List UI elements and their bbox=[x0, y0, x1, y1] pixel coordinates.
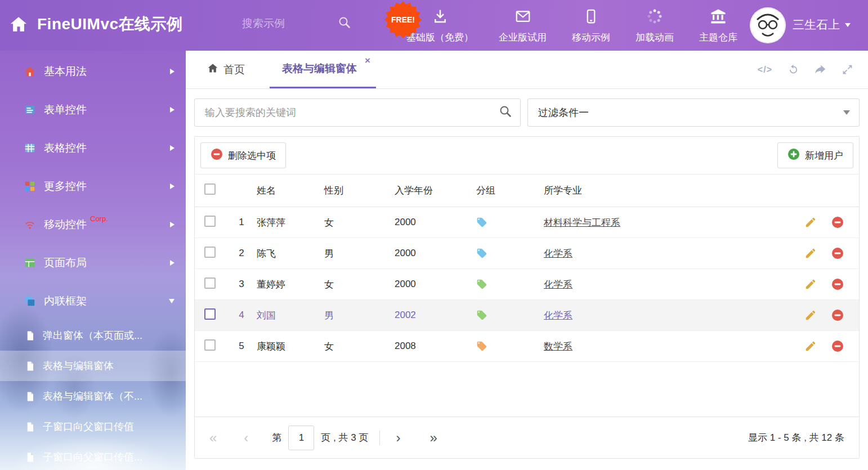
cell-name: 董婷婷 bbox=[257, 278, 324, 291]
page-suffix: 页 , 共 3 页 bbox=[321, 431, 368, 444]
sidebar-subitem-child-to-parent[interactable]: 子窗口向父窗口传值 bbox=[0, 411, 186, 442]
sidebar-item-form-controls[interactable]: 表单控件 bbox=[0, 91, 186, 129]
last-page-icon[interactable]: » bbox=[429, 431, 437, 445]
sidebar-subitem-grid-edit-window-2[interactable]: 表格与编辑窗体（不... bbox=[0, 381, 186, 411]
delete-icon[interactable] bbox=[831, 247, 844, 259]
column-header-major: 所学专业 bbox=[544, 184, 793, 197]
edit-icon[interactable] bbox=[804, 309, 817, 321]
page-number-input[interactable] bbox=[288, 426, 314, 450]
cell-group bbox=[476, 310, 544, 321]
home-icon bbox=[24, 65, 36, 78]
nav-enterprise-trial[interactable]: 企业版试用 bbox=[499, 8, 547, 44]
row-checkbox[interactable] bbox=[204, 277, 216, 289]
select-all-checkbox[interactable] bbox=[204, 183, 216, 195]
tag-icon bbox=[476, 217, 540, 228]
code-icon[interactable]: </> bbox=[758, 65, 772, 75]
cell-name: 康颖颖 bbox=[257, 340, 324, 353]
file-icon bbox=[25, 452, 35, 463]
user-menu[interactable]: 三生石上 bbox=[793, 17, 851, 33]
pagination-divider bbox=[379, 431, 380, 445]
major-link[interactable]: 化学系 bbox=[544, 279, 572, 290]
sidebar-item-label: 移动控件 bbox=[44, 217, 87, 232]
share-icon[interactable] bbox=[815, 64, 826, 75]
file-icon bbox=[25, 391, 35, 402]
tag-icon bbox=[476, 341, 540, 352]
search-icon[interactable] bbox=[499, 105, 512, 120]
major-link[interactable]: 化学系 bbox=[544, 310, 572, 321]
sidebar-item-more-controls[interactable]: 更多控件 bbox=[0, 167, 186, 205]
major-link[interactable]: 化学系 bbox=[544, 248, 572, 259]
tab-grid-edit-window[interactable]: 表格与编辑窗体 × bbox=[270, 51, 376, 88]
chevron-right-icon bbox=[170, 107, 175, 113]
tag-icon bbox=[476, 279, 540, 290]
first-page-icon[interactable]: « bbox=[209, 431, 217, 445]
sidebar-item-grid-controls[interactable]: 表格控件 bbox=[0, 129, 186, 167]
filter-dropdown[interactable]: 过滤条件一 bbox=[527, 99, 860, 127]
search-icon[interactable] bbox=[338, 16, 351, 32]
prev-page-icon[interactable]: ‹ bbox=[244, 431, 248, 445]
tab-home[interactable]: 首页 bbox=[204, 51, 248, 88]
keyword-search-input[interactable] bbox=[205, 107, 499, 119]
sidebar-menu: 基本用法 表单控件 表格控件 更多控件 bbox=[0, 51, 186, 470]
sidebar-subitem-grid-edit-window[interactable]: 表格与编辑窗体 bbox=[0, 351, 186, 381]
delete-icon[interactable] bbox=[831, 309, 844, 321]
table-row[interactable]: 4 刘国 男 2002 化学系 bbox=[195, 300, 859, 331]
pagination-bar: « ‹ 第 页 , 共 3 页 › » 显示 1 - 5 条 , 共 12 条 bbox=[195, 417, 859, 458]
table-row[interactable]: 2 陈飞 男 2000 化学系 bbox=[195, 238, 859, 269]
sidebar-subitem-popup-window[interactable]: 弹出窗体（本页面或... bbox=[0, 320, 186, 351]
delete-icon[interactable] bbox=[831, 216, 844, 229]
major-link[interactable]: 数学系 bbox=[544, 341, 572, 352]
sidebar-item-basic-usage[interactable]: 基本用法 bbox=[0, 52, 186, 91]
grid-toolbar: 删除选中项 新增用户 bbox=[195, 137, 859, 174]
avatar[interactable] bbox=[750, 7, 786, 43]
next-page-icon[interactable]: › bbox=[396, 431, 400, 445]
cell-year: 2000 bbox=[395, 217, 476, 228]
expand-icon[interactable] bbox=[842, 64, 853, 75]
row-checkbox[interactable] bbox=[204, 247, 216, 258]
filter-dropdown-value: 过滤条件一 bbox=[538, 106, 589, 119]
major-link[interactable]: 材料科学与工程系 bbox=[544, 217, 620, 228]
edit-icon[interactable] bbox=[804, 247, 817, 259]
page-prefix: 第 bbox=[272, 431, 281, 444]
nav-loading-animation[interactable]: 加载动画 bbox=[636, 8, 674, 44]
table-row[interactable]: 3 董婷婷 女 2000 化学系 bbox=[195, 269, 859, 300]
edit-icon[interactable] bbox=[804, 278, 817, 290]
sidebar-item-page-layout[interactable]: 页面布局 bbox=[0, 244, 186, 282]
sidebar-subitem-child-to-parent-2[interactable]: 子窗口向父窗口传值... bbox=[0, 442, 186, 470]
minus-circle-icon bbox=[211, 148, 223, 163]
row-checkbox[interactable] bbox=[204, 216, 216, 227]
app-home-icon[interactable] bbox=[9, 15, 28, 36]
tab-bar: 首页 表格与编辑窗体 × </> bbox=[186, 51, 868, 89]
cell-year: 2002 bbox=[395, 310, 476, 321]
header-search-input[interactable] bbox=[242, 17, 338, 30]
table-row[interactable]: 5 康颖颖 女 2008 数学系 bbox=[195, 331, 859, 362]
add-user-button[interactable]: 新增用户 bbox=[777, 142, 853, 168]
sidebar-item-iframe[interactable]: 内联框架 bbox=[0, 282, 186, 320]
table-row[interactable]: 1 张萍萍 女 2000 材料科学与工程系 bbox=[195, 207, 859, 238]
column-header-gender: 性别 bbox=[324, 184, 395, 197]
delete-icon[interactable] bbox=[831, 340, 844, 352]
app-title: FineUIMvc在线示例 bbox=[37, 14, 183, 35]
file-icon bbox=[25, 422, 35, 432]
chevron-down-icon bbox=[843, 110, 850, 115]
delete-selected-button[interactable]: 删除选中项 bbox=[200, 142, 286, 168]
keyword-search-box[interactable] bbox=[194, 99, 521, 127]
close-icon[interactable]: × bbox=[365, 56, 370, 65]
filter-row: 过滤条件一 bbox=[186, 89, 868, 136]
nav-mobile-demo[interactable]: 移动示例 bbox=[572, 8, 610, 44]
corp-badge: Corp. bbox=[90, 214, 108, 223]
row-checkbox[interactable] bbox=[204, 339, 216, 351]
header-search[interactable] bbox=[242, 16, 360, 32]
row-checkbox[interactable] bbox=[204, 308, 216, 320]
sidebar-subitem-label: 子窗口向父窗口传值... bbox=[43, 450, 142, 464]
cell-year: 2008 bbox=[395, 341, 476, 352]
edit-icon[interactable] bbox=[804, 340, 817, 352]
sidebar-item-mobile-controls[interactable]: 移动控件 Corp. bbox=[0, 205, 186, 244]
cell-gender: 男 bbox=[324, 309, 395, 322]
nav-theme-repo[interactable]: 主题仓库 bbox=[699, 8, 737, 44]
delete-icon[interactable] bbox=[831, 278, 844, 290]
cell-index: 2 bbox=[230, 248, 257, 259]
edit-icon[interactable] bbox=[804, 216, 817, 229]
column-header-group: 分组 bbox=[476, 184, 544, 197]
refresh-icon[interactable] bbox=[788, 64, 799, 75]
